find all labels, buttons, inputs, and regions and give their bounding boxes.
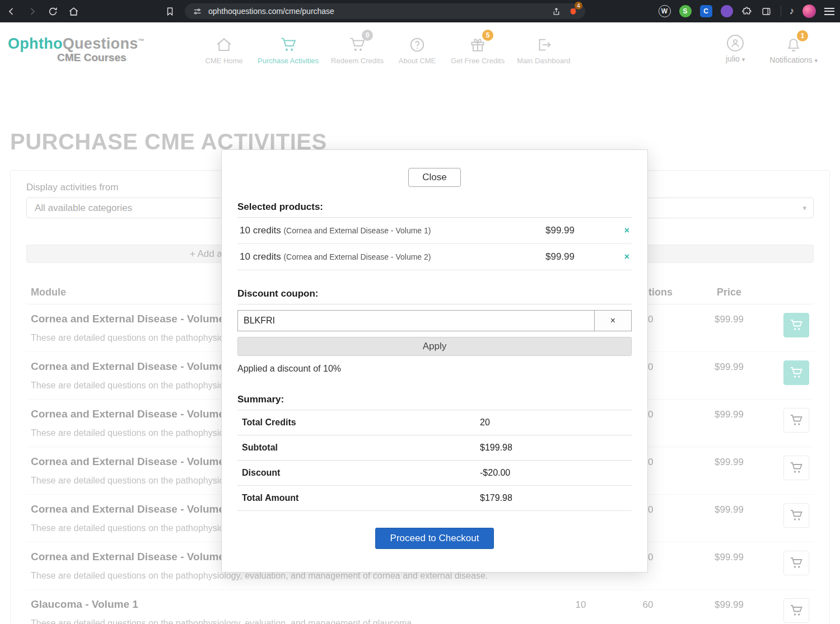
coupon-clear-button[interactable]: ×	[594, 310, 632, 331]
logo-subtitle: CME Courses	[57, 51, 170, 64]
free-credits-badge: 5	[482, 30, 493, 41]
reload-icon[interactable]	[47, 6, 58, 17]
extensions-puzzle-icon[interactable]	[741, 6, 753, 17]
url-text[interactable]: ophthoquestions.com/cme/purchase	[208, 7, 545, 16]
remove-icon: ×	[624, 252, 629, 261]
summary-value: 20	[480, 417, 627, 428]
close-button[interactable]: Close	[408, 168, 460, 187]
cart-icon	[790, 318, 803, 332]
selected-product-row: 10 credits (Cornea and External Disease …	[237, 244, 632, 270]
coupon-applied-message: Applied a discount of 10%	[237, 364, 632, 374]
forward-icon	[26, 6, 38, 17]
wikipedia-extension-icon[interactable]: W	[659, 5, 671, 17]
chevron-down-icon: ▾	[742, 56, 745, 63]
question-circle-icon	[408, 34, 426, 53]
summary-heading: Summary:	[237, 394, 632, 405]
summary-row: Discount -$20.00	[237, 461, 632, 486]
bookmark-icon[interactable]	[164, 6, 175, 17]
apply-coupon-button[interactable]: Apply	[237, 337, 632, 356]
nav-get-free-credits[interactable]: 5 Get Free Credits	[451, 34, 505, 65]
module-price: $99.99	[690, 598, 768, 611]
cart-icon	[790, 509, 803, 522]
module-price: $99.99	[690, 313, 768, 325]
cart-icon	[790, 461, 803, 475]
remove-icon: ×	[624, 226, 629, 235]
coupon-heading: Discount coupon:	[237, 288, 632, 299]
media-control-icon[interactable]: ♪	[790, 6, 795, 17]
home-browser-icon[interactable]	[68, 6, 79, 17]
notifications-menu[interactable]: 1 Notifications ▾	[769, 35, 818, 64]
module-title: Glaucoma - Volume 1	[31, 598, 556, 611]
summary-row: Total Credits 20	[237, 410, 632, 435]
coupon-input[interactable]	[237, 310, 594, 331]
purple-extension-icon[interactable]	[721, 5, 733, 17]
bell-icon: 1	[786, 35, 801, 53]
module-price: $99.99	[690, 503, 768, 515]
add-to-cart-button[interactable]	[783, 313, 809, 337]
selected-products-heading: Selected products:	[237, 201, 632, 213]
summary-value: $199.98	[480, 443, 627, 453]
product-name: 10 credits (Cornea and External Disease …	[240, 251, 545, 262]
summary-value: -$20.00	[480, 468, 627, 478]
sidebar-icon[interactable]	[761, 6, 772, 17]
divider	[237, 304, 632, 304]
module-price: $99.99	[690, 408, 768, 420]
add-to-cart-button[interactable]	[783, 408, 809, 433]
blue-extension-icon[interactable]: C	[700, 5, 712, 17]
nav-purchase-activities[interactable]: Purchase Activities	[258, 34, 319, 65]
share-icon[interactable]	[550, 6, 562, 17]
summary-table: Total Credits 20 Subtotal $199.98 Discou…	[237, 410, 632, 511]
brave-shield-icon[interactable]: 4	[567, 6, 578, 17]
chevron-down-icon: ▾	[802, 204, 806, 212]
remove-product-button[interactable]: ×	[613, 252, 629, 262]
add-to-cart-button[interactable]	[783, 360, 809, 385]
divider	[781, 6, 781, 17]
remove-product-button[interactable]: ×	[613, 226, 629, 236]
user-name: julio ▾	[726, 54, 745, 63]
browser-extensions-area: W S C ♪	[659, 4, 835, 18]
summary-section: Summary: Total Credits 20 Subtotal $199.…	[237, 394, 632, 511]
site-settings-icon[interactable]	[192, 6, 203, 17]
site-logo[interactable]: OphthoQuestions™ CME Courses	[8, 35, 170, 64]
selected-product-row: 10 credits (Cornea and External Disease …	[237, 218, 632, 244]
nav-about-cme[interactable]: About CME	[396, 34, 438, 65]
user-menu[interactable]: julio ▾	[726, 35, 745, 64]
proceed-to-checkout-button[interactable]: Proceed to Checkout	[375, 528, 494, 549]
summary-label: Subtotal	[242, 443, 480, 453]
nav-main-dashboard[interactable]: Main Dashboard	[517, 34, 570, 65]
browser-menu-icon[interactable]	[824, 8, 834, 15]
product-name: 10 credits (Cornea and External Disease …	[240, 225, 545, 236]
summary-row: Subtotal $199.98	[237, 435, 632, 461]
category-select-value: All available categories	[35, 203, 132, 214]
add-to-cart-button[interactable]	[783, 456, 809, 480]
url-bar[interactable]: ophthoquestions.com/cme/purchase 4	[185, 3, 585, 19]
nav-redeem-credits[interactable]: 0 Redeem Credits	[331, 34, 384, 65]
browser-profile-avatar[interactable]	[802, 4, 816, 18]
notifications-badge: 1	[797, 30, 808, 41]
module-questions: 60	[606, 598, 690, 611]
cart-icon	[790, 556, 803, 570]
summary-label: Total Credits	[242, 417, 480, 428]
clear-icon: ×	[610, 316, 615, 325]
summary-value: $179.98	[480, 493, 627, 503]
nav-cme-home[interactable]: CME Home	[203, 34, 245, 65]
add-to-cart-button[interactable]	[783, 598, 809, 623]
user-avatar-icon	[727, 35, 744, 51]
exit-icon	[535, 34, 553, 53]
back-icon[interactable]	[6, 6, 17, 17]
add-to-cart-button[interactable]	[783, 503, 809, 528]
coupon-section: Discount coupon: × Apply Applied a disco…	[237, 288, 632, 374]
main-nav: CME Home Purchase Activities 0 Redeem Cr…	[203, 34, 571, 65]
cart-icon: 0	[348, 34, 366, 53]
gift-icon: 5	[469, 34, 487, 53]
cart-icon	[790, 604, 803, 617]
summary-label: Total Amount	[242, 493, 480, 503]
chevron-down-icon: ▾	[814, 57, 818, 64]
summary-label: Discount	[242, 468, 480, 478]
green-extension-icon[interactable]: S	[679, 5, 692, 17]
summary-row: Total Amount $179.98	[237, 486, 632, 511]
screen: ophthoquestions.com/cme/purchase 4 W S C…	[0, 0, 840, 624]
notifications-label: Notifications ▾	[769, 55, 818, 64]
product-price: $99.99	[545, 251, 613, 262]
add-to-cart-button[interactable]	[783, 551, 809, 575]
